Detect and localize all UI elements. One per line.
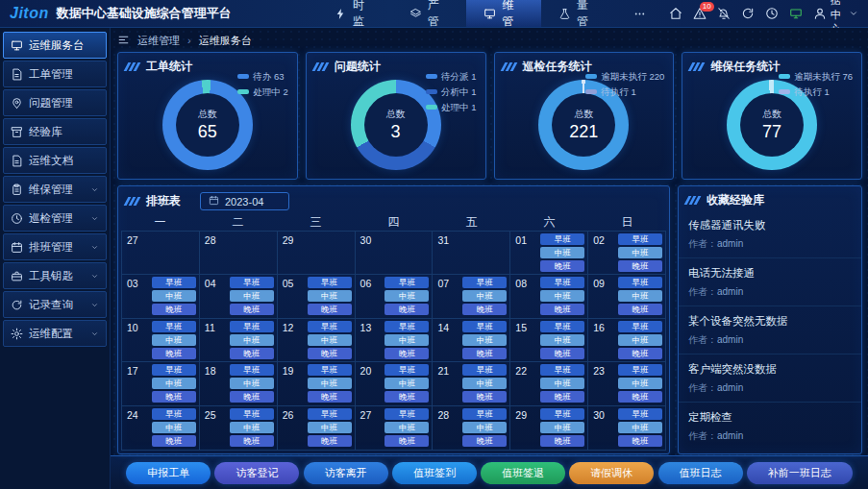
shift-tag[interactable]: 中班 [618,247,662,258]
shift-tag[interactable]: 中班 [540,422,584,433]
shift-tag[interactable]: 早班 [384,277,429,288]
shift-tag[interactable]: 晚班 [230,391,274,403]
shift-tag[interactable]: 早班 [308,364,352,376]
shift-tag[interactable]: 早班 [618,277,662,288]
sidebar-item-knowledge-base[interactable]: 经验库 [3,118,107,145]
shift-tag[interactable]: 早班 [618,408,662,420]
monitor-icon[interactable] [789,7,803,20]
shift-tag[interactable]: 晚班 [540,260,584,272]
shift-tag[interactable]: 中班 [540,378,584,389]
month-picker[interactable]: 2023-04 [200,192,289,210]
collapse-sidebar-icon[interactable] [117,34,130,48]
shift-tag[interactable]: 晚班 [308,391,352,403]
shift-tag[interactable]: 晚班 [540,304,584,315]
sidebar-item-tools-keys[interactable]: 工具钥匙 [3,262,107,289]
shift-tag[interactable]: 晚班 [152,348,196,359]
breadcrumb-section[interactable]: 运维管理 [137,34,180,48]
shift-tag[interactable]: 晚班 [540,435,584,447]
shift-tag[interactable]: 早班 [152,321,196,332]
knowledge-item-title[interactable]: 电话无法接通 [688,266,852,281]
action-duty-signout[interactable]: 值班签退 [481,462,565,484]
sidebar-item-ops-docs[interactable]: 运维文档 [3,147,107,174]
shift-tag[interactable]: 早班 [540,277,584,288]
shift-tag[interactable]: 早班 [618,364,662,376]
shift-tag[interactable]: 中班 [618,422,662,433]
shift-tag[interactable]: 早班 [618,233,662,245]
shift-tag[interactable]: 中班 [308,378,352,389]
shift-tag[interactable]: 中班 [230,378,274,389]
shift-tag[interactable]: 中班 [152,378,196,389]
nav-capacity-management[interactable]: 容量管理 [541,0,616,27]
sidebar-item-inspection-management[interactable]: 巡检管理 [3,205,107,232]
action-prev-shift-log[interactable]: 补前一班日志 [747,462,853,484]
sidebar-item-record-query[interactable]: 记录查询 [3,291,107,318]
shift-tag[interactable]: 中班 [152,334,196,346]
shift-tag[interactable]: 早班 [230,321,274,332]
shift-tag[interactable]: 早班 [462,408,507,420]
shift-tag[interactable]: 早班 [540,233,584,245]
action-report-workorder[interactable]: 申报工单 [126,462,211,484]
shift-tag[interactable]: 中班 [152,422,196,433]
shift-tag[interactable]: 晚班 [230,304,274,315]
shift-tag[interactable]: 早班 [308,321,352,332]
shift-tag[interactable]: 晚班 [308,304,352,315]
action-leave-adjust[interactable]: 请假调休 [569,462,654,484]
shift-tag[interactable]: 中班 [308,290,352,302]
shift-tag[interactable]: 中班 [384,290,429,302]
shift-tag[interactable]: 早班 [230,408,274,420]
shift-tag[interactable]: 晚班 [308,435,352,447]
sidebar-item-service-desk[interactable]: 运维服务台 [3,32,107,59]
shift-tag[interactable]: 晚班 [152,391,196,403]
shift-tag[interactable]: 中班 [540,334,584,346]
action-duty-signin[interactable]: 值班签到 [392,462,477,484]
refresh-icon[interactable] [741,7,755,20]
shift-tag[interactable]: 中班 [230,422,274,433]
knowledge-item-title[interactable]: 客户端突然没数据 [688,362,852,377]
shift-tag[interactable]: 早班 [230,277,274,288]
sidebar-item-shift-management[interactable]: 排班管理 [3,233,107,260]
shift-tag[interactable]: 晚班 [308,348,352,359]
shift-tag[interactable]: 早班 [152,277,196,288]
nav-asset-management[interactable]: 资产管理 [392,0,467,27]
shift-tag[interactable]: 中班 [230,290,274,302]
shift-tag[interactable]: 早班 [230,364,274,376]
shift-tag[interactable]: 晚班 [230,348,274,359]
shift-tag[interactable]: 早班 [462,364,507,376]
shift-tag[interactable]: 早班 [152,408,196,420]
shift-tag[interactable]: 晚班 [618,304,662,315]
shift-tag[interactable]: 中班 [384,378,429,389]
sidebar-item-ops-config[interactable]: 运维配置 [3,320,107,347]
belloff-icon[interactable] [717,7,731,20]
shift-tag[interactable]: 早班 [540,408,584,420]
shift-tag[interactable]: 中班 [462,334,507,346]
shift-tag[interactable]: 晚班 [152,304,196,315]
action-visitor-leave[interactable]: 访客离开 [304,462,388,484]
shift-tag[interactable]: 中班 [462,290,507,302]
shift-tag[interactable]: 中班 [308,334,352,346]
knowledge-item-title[interactable]: 某个设备突然无数据 [688,314,852,329]
shift-tag[interactable]: 中班 [618,290,662,302]
shift-tag[interactable]: 晚班 [540,391,584,403]
knowledge-item-title[interactable]: 传感器通讯失败 [688,218,852,232]
shift-tag[interactable]: 晚班 [618,391,662,403]
shift-tag[interactable]: 早班 [384,321,429,332]
shift-tag[interactable]: 早班 [308,277,352,288]
shift-tag[interactable]: 晚班 [384,348,429,359]
shift-tag[interactable]: 中班 [462,422,507,433]
shift-tag[interactable]: 晚班 [384,304,429,315]
shift-tag[interactable]: 晚班 [462,435,507,447]
shift-tag[interactable]: 早班 [540,321,584,332]
shift-tag[interactable]: 中班 [384,334,429,346]
shift-tag[interactable]: 晚班 [618,348,662,359]
shift-tag[interactable]: 晚班 [384,435,429,447]
sidebar-item-problem-management[interactable]: 问题管理 [3,89,107,116]
nav-more[interactable] [616,0,669,27]
nav-ops-management[interactable]: 运维管理 [466,0,541,27]
shift-tag[interactable]: 早班 [462,277,507,288]
shift-tag[interactable]: 中班 [384,422,429,433]
shift-tag[interactable]: 中班 [618,334,662,346]
shift-tag[interactable]: 早班 [384,364,429,376]
shift-tag[interactable]: 晚班 [618,260,662,272]
shift-tag[interactable]: 早班 [540,364,584,376]
shift-tag[interactable]: 中班 [230,334,274,346]
